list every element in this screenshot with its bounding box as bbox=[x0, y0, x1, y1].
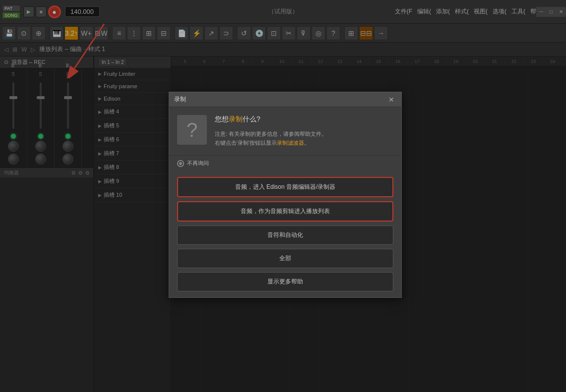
menu-edit[interactable]: 编辑( bbox=[417, 7, 431, 16]
record-dialog[interactable]: 录制 ✕ ? 您想录制什么? 注意: 有关录制的更多信息，请参阅帮助文件。 右键… bbox=[169, 92, 402, 298]
nav-back-icon[interactable]: ◁ bbox=[4, 46, 8, 53]
plugin-item-fruity-limiter[interactable]: ▶ Fruity Limiter bbox=[94, 68, 171, 80]
channel-icon[interactable]: ⋮ bbox=[127, 26, 141, 40]
show-help-button[interactable]: 显示更多帮助 bbox=[177, 272, 393, 291]
plugin-item-slot10[interactable]: ▶ 插槽 10 bbox=[94, 188, 171, 202]
question-icon[interactable]: ? bbox=[326, 26, 340, 40]
piano-icon[interactable]: 🎹 bbox=[50, 26, 63, 40]
pat-song-toggle[interactable]: PAT SONG bbox=[2, 5, 20, 19]
fader-label-20: 20 通道 bbox=[65, 71, 71, 76]
window-icon[interactable]: ⊞ bbox=[344, 26, 358, 40]
step-seq-icon[interactable]: 3.2↑ bbox=[64, 26, 78, 40]
knob-20[interactable] bbox=[63, 141, 73, 152]
plugin-item-slot7[interactable]: ▶ 插槽 7 bbox=[94, 147, 171, 161]
song-button[interactable]: SONG bbox=[2, 12, 20, 19]
mixer-icon[interactable]: W+ bbox=[79, 26, 93, 40]
record-button[interactable]: ● bbox=[48, 5, 61, 18]
mixer-back-icon[interactable]: ⊙ bbox=[4, 59, 8, 65]
audio-playlist-button[interactable]: 音频，作为音频剪辑进入播放列表 bbox=[177, 201, 393, 222]
cut-icon[interactable]: ✂ bbox=[282, 26, 296, 40]
all-button[interactable]: 全部 bbox=[177, 249, 393, 268]
knob2-20[interactable] bbox=[63, 154, 73, 165]
menu-style[interactable]: 样式( bbox=[455, 7, 469, 16]
fader-label-19: 19 通道 bbox=[38, 71, 44, 76]
dialog-footer: 不再询问 bbox=[169, 155, 401, 171]
menu-tools[interactable]: 工具( bbox=[511, 7, 525, 16]
plugin-name-slot8: 插槽 8 bbox=[104, 164, 119, 171]
minimize-button[interactable]: ─ bbox=[536, 7, 546, 17]
close-button[interactable]: ✕ bbox=[556, 7, 566, 17]
toolbar-icon-2[interactable]: ⊞ bbox=[12, 46, 17, 53]
settings-icon[interactable]: ⊕ bbox=[32, 26, 46, 40]
toolbar-icon-3[interactable]: W bbox=[21, 46, 27, 53]
menu-bar: 文件(F 编辑( 添加( 样式( 视图( 选项( 工具( 帮 bbox=[395, 7, 536, 16]
fader-handle-20[interactable] bbox=[64, 96, 72, 99]
split-icon[interactable]: ⊟ bbox=[157, 26, 171, 40]
disk-icon[interactable]: 💿 bbox=[252, 26, 266, 40]
ruler-num-18: 18 bbox=[427, 59, 446, 64]
open-icon[interactable]: ⊙ bbox=[17, 26, 31, 40]
eq-knob-1[interactable]: ⊙ bbox=[71, 170, 75, 175]
plugin-icon[interactable]: ⊞ bbox=[142, 26, 156, 40]
plug-icon[interactable]: ⚡ bbox=[189, 26, 203, 40]
menu-file[interactable]: 文件(F bbox=[395, 7, 412, 16]
plugin-arrow-icon-5: ▶ bbox=[98, 123, 102, 128]
knob-18[interactable] bbox=[8, 141, 19, 152]
copy-icon[interactable]: ⊡ bbox=[267, 26, 281, 40]
plugin-name-slot9: 插槽 9 bbox=[104, 177, 119, 185]
menu-add[interactable]: 添加( bbox=[436, 7, 450, 16]
ruler-num-21: 21 bbox=[485, 59, 504, 64]
shape-icon[interactable]: ⊃ bbox=[219, 26, 233, 40]
toolbar-icon-4[interactable]: ▷ bbox=[31, 46, 35, 53]
notes-automation-button[interactable]: 音符和自动化 bbox=[177, 225, 393, 245]
fader-handle-19[interactable] bbox=[37, 96, 45, 99]
fader-track-20[interactable] bbox=[67, 82, 69, 129]
filter-link[interactable]: 录制滤波器 bbox=[277, 140, 304, 146]
knob2-18[interactable] bbox=[8, 154, 19, 165]
menu-view[interactable]: 视图( bbox=[474, 7, 488, 16]
plugin-item-slot5[interactable]: ▶ 插槽 5 bbox=[94, 119, 171, 133]
knob-19[interactable] bbox=[35, 141, 46, 152]
fader-track-18[interactable] bbox=[12, 82, 14, 129]
arrow-icon[interactable]: → bbox=[374, 26, 388, 40]
in-out-button[interactable]: In 1 – In 2 bbox=[98, 58, 127, 66]
plugin-item-slot9[interactable]: ▶ 插槽 9 bbox=[94, 174, 171, 188]
mixer-title: 混音器 – REC bbox=[11, 58, 45, 66]
mic-icon[interactable]: 🎙 bbox=[297, 26, 311, 40]
curve-icon[interactable]: ↗ bbox=[204, 26, 218, 40]
menu-help[interactable]: 帮 bbox=[530, 7, 536, 16]
menu-options[interactable]: 选项( bbox=[493, 7, 506, 16]
ruler-num-24: 24 bbox=[543, 59, 562, 64]
file-icon[interactable]: 📄 bbox=[175, 26, 189, 40]
loop-icon[interactable]: ↺ bbox=[237, 26, 251, 40]
ruler-num-15: 15 bbox=[369, 59, 388, 64]
plugin-name-slot6: 插槽 6 bbox=[104, 136, 119, 143]
plugin-item-fruity-param[interactable]: ▶ Fruity parame bbox=[94, 80, 171, 93]
play-button[interactable]: ▶ bbox=[23, 6, 34, 17]
fader-track-19[interactable] bbox=[40, 82, 42, 129]
stop-button[interactable]: ■ bbox=[36, 6, 47, 17]
plugin-name-fruity-limiter: Fruity Limiter bbox=[104, 71, 135, 77]
knob2-19[interactable] bbox=[35, 154, 46, 165]
no-ask-radio[interactable] bbox=[177, 160, 184, 167]
dialog-heading: 您想录制什么? bbox=[215, 115, 393, 124]
no-ask-option[interactable]: 不再询问 bbox=[177, 160, 209, 167]
dialog-close-button[interactable]: ✕ bbox=[386, 96, 396, 104]
eq-knob-2[interactable]: ⊙ bbox=[78, 170, 82, 175]
pat-button[interactable]: PAT bbox=[2, 5, 20, 12]
pattern-icon[interactable]: ≡ bbox=[112, 26, 126, 40]
maximize-button[interactable]: □ bbox=[546, 7, 556, 17]
ruler-num-7: 7 bbox=[214, 59, 233, 64]
plugin-item-slot8[interactable]: ▶ 插槽 8 bbox=[94, 161, 171, 174]
browser-icon[interactable]: ⊞W bbox=[94, 26, 108, 40]
save-icon[interactable]: 💾 bbox=[2, 26, 16, 40]
fader-handle-18[interactable] bbox=[9, 96, 17, 99]
plugin-item-edison[interactable]: ▶ Edison bbox=[94, 93, 171, 105]
audio-edison-button[interactable]: 音频，进入 Edison 音频编辑器/录制器 bbox=[177, 177, 393, 197]
eq-knob-3[interactable]: ⊙ bbox=[85, 170, 89, 175]
plugin-item-slot6[interactable]: ▶ 插槽 6 bbox=[94, 133, 171, 147]
grid-icon[interactable]: ⊟⊟ bbox=[359, 26, 373, 40]
bpm-display[interactable]: 140.000 bbox=[65, 6, 100, 17]
plugin-item-slot4[interactable]: ▶ 插槽 4 bbox=[94, 105, 171, 119]
headphone-icon[interactable]: ◎ bbox=[312, 26, 325, 40]
